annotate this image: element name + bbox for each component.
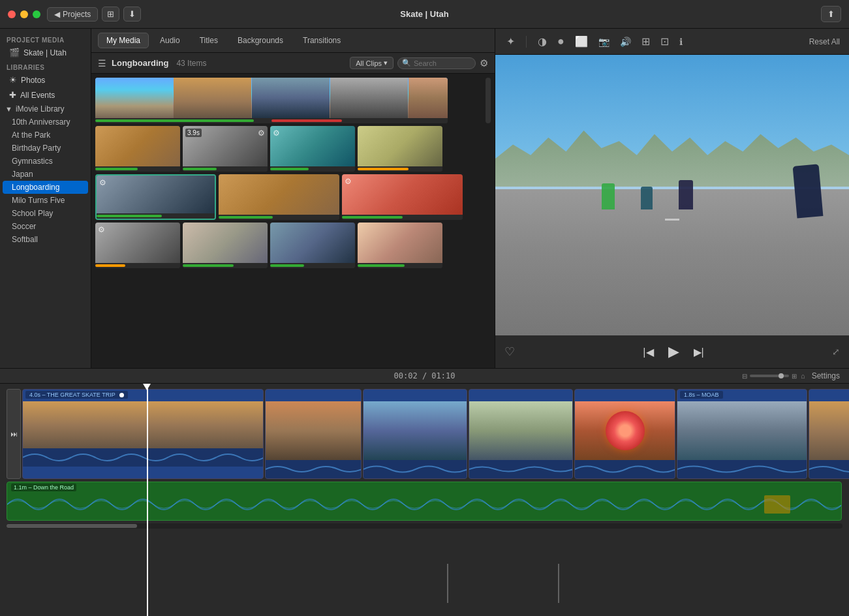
- fullscreen-button[interactable]: [33, 10, 40, 18]
- skaters: [602, 180, 693, 209]
- minimize-button[interactable]: [20, 10, 28, 18]
- reset-all-button[interactable]: Reset All: [809, 37, 840, 46]
- tab-backgrounds[interactable]: Backgrounds: [229, 33, 292, 48]
- video-clip-2[interactable]: [265, 389, 362, 479]
- timeline-tracks[interactable]: ⏭ 4.0s – THE GREAT SKATE TRIP: [0, 384, 849, 616]
- clip-audio-4: [469, 460, 572, 478]
- video-clip-4[interactable]: [469, 389, 573, 479]
- crop-icon[interactable]: ⬜: [573, 33, 590, 50]
- sidebar-item-project[interactable]: 🎬 Skate | Utah: [3, 45, 88, 60]
- fullscreen-icon[interactable]: ⤢: [832, 346, 840, 357]
- close-button[interactable]: [8, 10, 16, 18]
- next-frame-button[interactable]: ▶|: [691, 343, 707, 361]
- sidebar-item-all-events[interactable]: ✚ All Events: [3, 87, 88, 102]
- media-thumb[interactable]: [358, 126, 442, 172]
- zoom-slider-track[interactable]: [750, 375, 789, 377]
- video-clip-3[interactable]: [363, 389, 467, 479]
- color-balance-icon[interactable]: ◑: [536, 33, 549, 50]
- previous-frame-button[interactable]: |◀: [640, 343, 656, 361]
- video-clip-6[interactable]: 1.8s – MOAB: [677, 389, 807, 479]
- window-title: Skate | Utah: [400, 9, 448, 19]
- zoom-slider-thumb[interactable]: [779, 373, 784, 378]
- gear-icon[interactable]: ⚙: [480, 57, 488, 69]
- main-content: PROJECT MEDIA 🎬 Skate | Utah LIBRARIES ☀…: [0, 29, 849, 368]
- tab-transitions[interactable]: Transitions: [294, 33, 349, 48]
- media-thumb[interactable]: [183, 223, 268, 268]
- media-thumb[interactable]: ⚙: [342, 174, 463, 220]
- sidebar-item-longboarding[interactable]: Longboarding: [3, 181, 88, 194]
- prev-clip-button[interactable]: ⏭: [7, 389, 21, 479]
- media-thumb[interactable]: 3.9s ⚙: [183, 126, 268, 172]
- clip-audio-7: [809, 460, 849, 478]
- media-thumb[interactable]: ⚙: [270, 126, 355, 172]
- stabilize-icon[interactable]: 📷: [596, 35, 611, 49]
- video-clip-7[interactable]: [809, 389, 849, 479]
- film-icon: 🎬: [9, 48, 20, 57]
- media-thumb[interactable]: [358, 223, 442, 268]
- projects-button[interactable]: ◀ Projects: [47, 7, 98, 22]
- sidebar-item-softball[interactable]: Softball: [0, 233, 91, 246]
- grid-view-button[interactable]: ⊞: [102, 7, 119, 22]
- clip-dot: [119, 393, 124, 397]
- sidebar-item-photos[interactable]: ☀ Photos: [3, 72, 88, 87]
- magic-wand-icon[interactable]: ✦: [504, 33, 517, 50]
- browser-area: My Media Audio Titles Backgrounds Transi…: [91, 29, 495, 368]
- clip-filter-dropdown[interactable]: All Clips ▾: [350, 57, 394, 69]
- audio-waveform: [7, 489, 842, 520]
- media-thumb-wide[interactable]: [95, 78, 448, 123]
- viewer-panel: ✦ ◑ ● ⬜ 📷 🔊 ⊞ ⊡ ℹ Reset All: [495, 29, 849, 368]
- chevron-left-icon: ◀: [54, 10, 60, 19]
- noise-reduction-icon[interactable]: ⊡: [658, 33, 671, 50]
- import-button[interactable]: ⬇: [123, 7, 141, 22]
- audio-clip[interactable]: 1.1m – Down the Road: [7, 482, 842, 521]
- browser-title: Longboarding: [112, 58, 168, 68]
- timeline-scrollbar-thumb[interactable]: [7, 524, 137, 528]
- timeline-scrollbar[interactable]: [7, 523, 842, 529]
- sidebar-item-10th-anniversary[interactable]: 10th Anniversary: [0, 116, 91, 129]
- zoom-out-icon[interactable]: ⊟: [742, 373, 747, 380]
- sidebar-item-at-the-park[interactable]: At the Park: [0, 129, 91, 142]
- media-row-4: ⚙: [95, 223, 491, 268]
- export-button[interactable]: ⬆: [821, 6, 841, 22]
- clip-thumbnail-7: [809, 401, 849, 460]
- libraries-label: LIBRARIES: [0, 60, 91, 72]
- events-icon: ✚: [9, 90, 16, 100]
- zoom-in-icon[interactable]: ⊞: [792, 373, 797, 380]
- imovie-library-group[interactable]: ▼ iMovie Library: [0, 102, 91, 116]
- list-view-icon[interactable]: ☰: [98, 58, 106, 69]
- audio-track: 1.1m – Down the Road: [7, 482, 842, 521]
- tab-my-media[interactable]: My Media: [98, 33, 149, 48]
- media-thumb-selected[interactable]: ⚙: [95, 174, 216, 220]
- settings-icon: ⚙: [99, 178, 106, 187]
- tab-titles[interactable]: Titles: [191, 33, 226, 48]
- video-clip-1[interactable]: 4.0s – THE GREAT SKATE TRIP: [22, 389, 264, 479]
- info-icon[interactable]: ℹ: [677, 35, 685, 49]
- zoom-control: ⊟ ⊞ ⌂: [742, 372, 805, 380]
- photos-icon: ☀: [9, 75, 17, 85]
- media-thumb[interactable]: ⚙: [95, 223, 180, 268]
- video-clip-5[interactable]: [574, 389, 675, 479]
- project-media-label: PROJECT MEDIA: [0, 33, 91, 45]
- sidebar-item-school-play[interactable]: School Play: [0, 207, 91, 220]
- sidebar-item-gymnastics[interactable]: Gymnastics: [0, 155, 91, 168]
- color-wheels-icon[interactable]: ●: [555, 33, 566, 50]
- volume-icon[interactable]: 🔊: [618, 35, 633, 49]
- tab-audio[interactable]: Audio: [151, 33, 189, 48]
- sidebar-item-birthday-party[interactable]: Birthday Party: [0, 142, 91, 155]
- play-button[interactable]: ▶: [666, 341, 682, 363]
- home-icon[interactable]: ⌂: [801, 372, 805, 380]
- media-thumb[interactable]: [270, 223, 355, 268]
- traffic-lights: [8, 10, 40, 18]
- sidebar-item-japan[interactable]: Japan: [0, 168, 91, 181]
- media-thumb[interactable]: [95, 126, 180, 172]
- media-grid: 3.9s ⚙ ⚙ ⚙: [91, 74, 495, 368]
- sidebar-item-soccer[interactable]: Soccer: [0, 220, 91, 233]
- favorite-button[interactable]: ♡: [504, 345, 515, 359]
- sidebar-item-milo-turns-five[interactable]: Milo Turns Five: [0, 194, 91, 207]
- settings-button[interactable]: Settings: [812, 371, 840, 380]
- inspector-toolbar: ✦ ◑ ● ⬜ 📷 🔊 ⊞ ⊡ ℹ Reset All: [495, 29, 849, 55]
- settings-icon: ⚙: [345, 177, 352, 186]
- equalizer-icon[interactable]: ⊞: [640, 33, 652, 50]
- main-skater: [792, 164, 823, 219]
- media-thumb[interactable]: [219, 174, 339, 220]
